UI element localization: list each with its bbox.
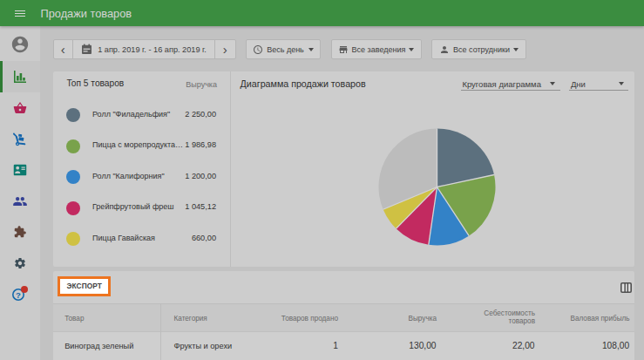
svg-text:?: ? [16, 290, 21, 300]
